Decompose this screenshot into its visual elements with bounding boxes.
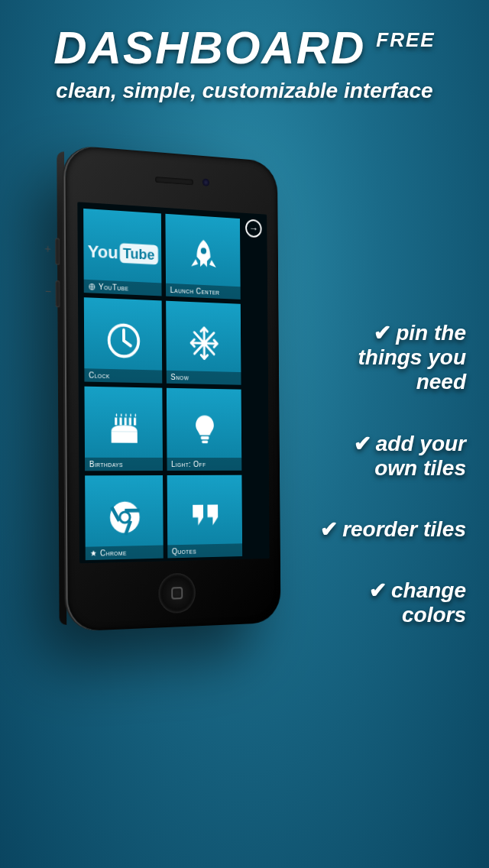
tile-label: Chrome — [100, 549, 127, 558]
tile-label: Quotes — [172, 547, 196, 556]
svg-rect-4 — [119, 417, 121, 425]
svg-rect-3 — [115, 417, 117, 425]
tile-label: Clock — [89, 371, 110, 380]
volume-buttons — [55, 238, 60, 323]
dashboard-tile-grid: YouTube YouTube Launch Center — [83, 209, 242, 563]
check-icon: ✔ — [320, 517, 338, 542]
svg-rect-9 — [202, 441, 208, 444]
tile-chrome[interactable]: Chrome — [85, 475, 164, 560]
globe-icon — [89, 283, 96, 291]
phone-speaker — [155, 177, 193, 186]
promo-header: DASHBOARD FREE clean, simple, customizab… — [0, 0, 489, 103]
feature-item: ✔add your own tiles — [306, 432, 466, 481]
app-title: DASHBOARD — [53, 21, 365, 74]
clock-icon — [102, 317, 145, 364]
check-icon: ✔ — [369, 578, 387, 603]
check-icon: ✔ — [374, 321, 391, 345]
cake-icon — [102, 406, 146, 452]
svg-point-2 — [108, 325, 138, 357]
svg-point-0 — [89, 283, 95, 290]
bulb-icon — [183, 406, 225, 452]
tile-partial[interactable] — [86, 563, 164, 564]
tile-birthdays[interactable]: Birthdays — [84, 387, 163, 471]
tile-snow[interactable]: Snow — [166, 301, 241, 385]
youtube-icon: YouTube — [101, 228, 144, 277]
home-button[interactable] — [158, 573, 196, 614]
feature-item: ✔reorder tiles — [306, 517, 466, 542]
app-subtitle: clean, simple, customizable interface — [0, 79, 489, 103]
tile-clock[interactable]: Clock — [84, 297, 162, 383]
svg-rect-7 — [133, 418, 135, 426]
feature-item: ✔change colors — [306, 578, 466, 627]
svg-rect-8 — [200, 436, 209, 439]
feature-list: ✔pin the things you need ✔add your own t… — [306, 321, 466, 665]
svg-point-10 — [109, 501, 139, 533]
phone-screen: → YouTube YouTube L — [77, 202, 269, 563]
svg-rect-5 — [124, 418, 126, 426]
tile-light[interactable]: Light: off — [167, 388, 241, 471]
tile-quotes[interactable]: Quotes — [167, 475, 243, 559]
phone-camera — [202, 179, 209, 187]
feature-item: ✔pin the things you need — [306, 321, 466, 395]
phone-mockup: → YouTube YouTube L — [15, 153, 321, 840]
tile-launch-center[interactable]: Launch Center — [165, 214, 240, 300]
tile-label: Birthdays — [89, 460, 123, 468]
svg-point-11 — [118, 510, 131, 524]
app-icon — [90, 549, 98, 557]
chrome-icon — [102, 494, 147, 541]
free-badge: FREE — [376, 28, 435, 52]
tile-youtube[interactable]: YouTube YouTube — [83, 209, 161, 296]
tile-label: Launch Center — [170, 286, 220, 296]
svg-point-12 — [121, 513, 128, 521]
rocket-icon — [182, 233, 224, 280]
snowflake-icon — [183, 320, 225, 367]
svg-rect-6 — [128, 418, 131, 426]
tile-label: Light: off — [171, 460, 206, 468]
quote-icon — [184, 493, 226, 539]
tile-partial[interactable] — [167, 561, 242, 564]
tile-label: Snow — [170, 373, 189, 382]
tile-label: YouTube — [99, 283, 128, 293]
check-icon: ✔ — [354, 432, 371, 456]
next-page-button[interactable]: → — [245, 219, 261, 238]
